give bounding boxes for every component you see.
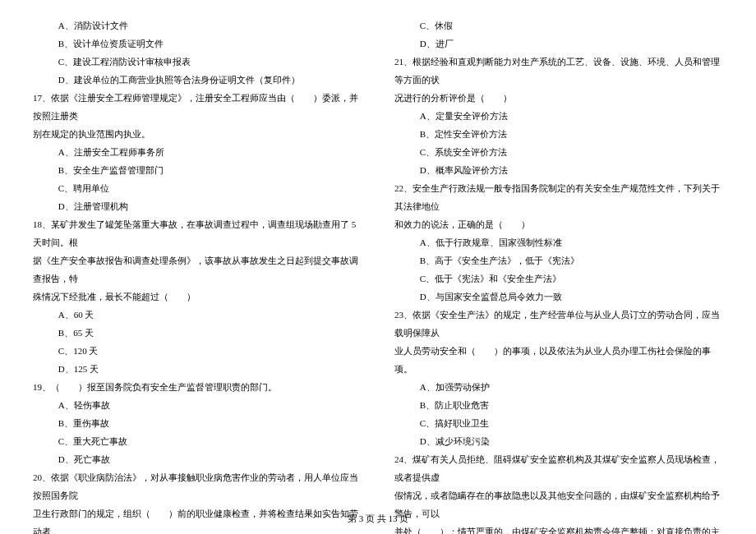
q20-option-d: D、进厂 xyxy=(394,35,723,53)
q17-option-d: D、注册管理机构 xyxy=(33,197,362,215)
q20-option-c: C、休假 xyxy=(394,16,723,35)
right-column: C、休假 D、进厂 21、根据经验和直观判断能力对生产系统的工艺、设备、设施、环… xyxy=(394,16,723,534)
q18-option-a: A、60 天 xyxy=(33,306,362,324)
q22-option-a: A、低于行政规章、国家强制性标准 xyxy=(394,233,723,251)
q20-line1: 20、依据《职业病防治法》，对从事接触职业病危害作业的劳动者，用人单位应当按照国… xyxy=(33,468,362,504)
q17-option-a: A、注册安全工程师事务所 xyxy=(33,143,362,161)
q16-option-d: D、建设单位的工商营业执照等合法身份证明文件（复印件） xyxy=(33,71,362,89)
left-column: A、消防设计文件 B、设计单位资质证明文件 C、建设工程消防设计审核申报表 D、… xyxy=(33,16,362,534)
q21-line1: 21、根据经验和直观判断能力对生产系统的工艺、设备、设施、环境、人员和管理等方面… xyxy=(394,53,723,89)
q23-option-d: D、减少环境污染 xyxy=(394,432,723,450)
q19-option-b: B、重伤事故 xyxy=(33,414,362,432)
q17-line2: 别在规定的执业范围内执业。 xyxy=(33,125,362,143)
q19-option-d: D、死亡事故 xyxy=(33,450,362,468)
q18-option-d: D、125 天 xyxy=(33,360,362,378)
q18-line3: 殊情况下经批准，最长不能超过（ ） xyxy=(33,288,362,306)
q23-line2: 业人员劳动安全和（ ）的事项，以及依法为从业人员办理工伤社会保险的事项。 xyxy=(394,342,723,378)
q19-option-a: A、轻伤事故 xyxy=(33,396,362,414)
q17-option-c: C、聘用单位 xyxy=(33,179,362,197)
q22-option-d: D、与国家安全监督总局令效力一致 xyxy=(394,288,723,306)
q17-option-b: B、安全生产监督管理部门 xyxy=(33,161,362,179)
q22-option-c: C、低于《宪法》和《安全生产法》 xyxy=(394,269,723,288)
q21-option-d: D、概率风险评价方法 xyxy=(394,161,723,179)
q22-line2: 和效力的说法，正确的是（ ） xyxy=(394,215,723,233)
q24-line1: 24、煤矿有关人员拒绝、阻碍煤矿安全监察机构及其煤矿安全监察人员现场检查，或者提… xyxy=(394,450,723,486)
q19-line1: 19、（ ）报至国务院负有安全生产监督管理职责的部门。 xyxy=(33,378,362,396)
q23-option-b: B、防止职业危害 xyxy=(394,396,723,414)
q16-option-a: A、消防设计文件 xyxy=(33,16,362,35)
q19-option-c: C、重大死亡事故 xyxy=(33,432,362,450)
page-body: A、消防设计文件 B、设计单位资质证明文件 C、建设工程消防设计审核申报表 D、… xyxy=(0,0,756,534)
q23-option-c: C、搞好职业卫生 xyxy=(394,414,723,432)
q18-option-c: C、120 天 xyxy=(33,342,362,360)
q16-option-b: B、设计单位资质证明文件 xyxy=(33,35,362,53)
q16-option-c: C、建设工程消防设计审核申报表 xyxy=(33,53,362,71)
q21-option-c: C、系统安全评价方法 xyxy=(394,143,723,161)
q22-option-b: B、高于《安全生产法》，低于《宪法》 xyxy=(394,251,723,269)
q21-option-b: B、定性安全评价方法 xyxy=(394,125,723,143)
q18-line1: 18、某矿井发生了罐笼坠落重大事故，在事故调查过程中，调查组现场勘查用了 5 天… xyxy=(33,215,362,251)
page-footer: 第 3 页 共 13 页 xyxy=(0,509,756,527)
q21-line2: 况进行的分析评价是（ ） xyxy=(394,89,723,107)
q23-option-a: A、加强劳动保护 xyxy=(394,378,723,396)
q21-option-a: A、定量安全评价方法 xyxy=(394,107,723,125)
q18-line2: 据《生产安全事故报告和调查处理条例》，该事故从事故发生之日起到提交事故调查报告，… xyxy=(33,251,362,288)
q23-line1: 23、依据《安全生产法》的规定，生产经营单位与从业人员订立的劳动合同，应当载明保… xyxy=(394,306,723,342)
q22-line1: 22、安全生产行政法规一般专指国务院制定的有关安全生产规范性文件，下列关于其法律… xyxy=(394,179,723,215)
q17-line1: 17、依据《注册安全工程师管理规定》，注册安全工程师应当由（ ）委派，并按照注册… xyxy=(33,89,362,125)
q18-option-b: B、65 天 xyxy=(33,324,362,342)
